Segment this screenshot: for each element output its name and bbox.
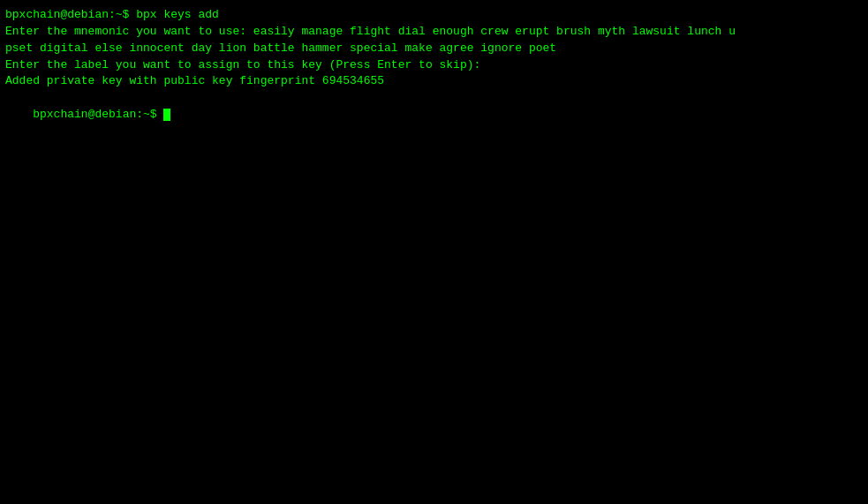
terminal-line-6: bpxchain@debian:~$	[5, 90, 863, 140]
terminal-window[interactable]: bpxchain@debian:~$ bpx keys add Enter th…	[0, 0, 868, 504]
terminal-cursor	[163, 109, 170, 121]
terminal-line-1: bpxchain@debian:~$ bpx keys add	[5, 7, 863, 24]
terminal-line-2: Enter the mnemonic you want to use: easi…	[5, 24, 863, 41]
terminal-line-5: Added private key with public key finger…	[5, 73, 863, 90]
terminal-line-4: Enter the label you want to assign to th…	[5, 57, 863, 74]
terminal-line-3: pset digital else innocent day lion batt…	[5, 41, 863, 57]
